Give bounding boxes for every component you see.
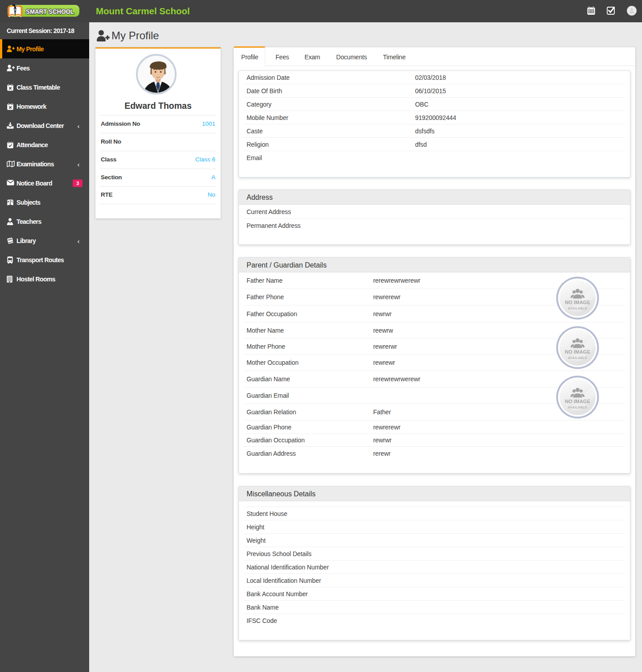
svg-text:SMART SCHOOL: SMART SCHOOL <box>26 8 74 15</box>
svg-text:NO IMAGE: NO IMAGE <box>565 349 590 355</box>
svg-text:AVAILABLE: AVAILABLE <box>568 307 588 310</box>
svg-text:NO IMAGE: NO IMAGE <box>565 399 590 404</box>
svg-text:AVAILABLE: AVAILABLE <box>568 406 588 409</box>
svg-text:NO IMAGE: NO IMAGE <box>565 300 590 305</box>
svg-text:AVAILABLE: AVAILABLE <box>568 356 588 359</box>
